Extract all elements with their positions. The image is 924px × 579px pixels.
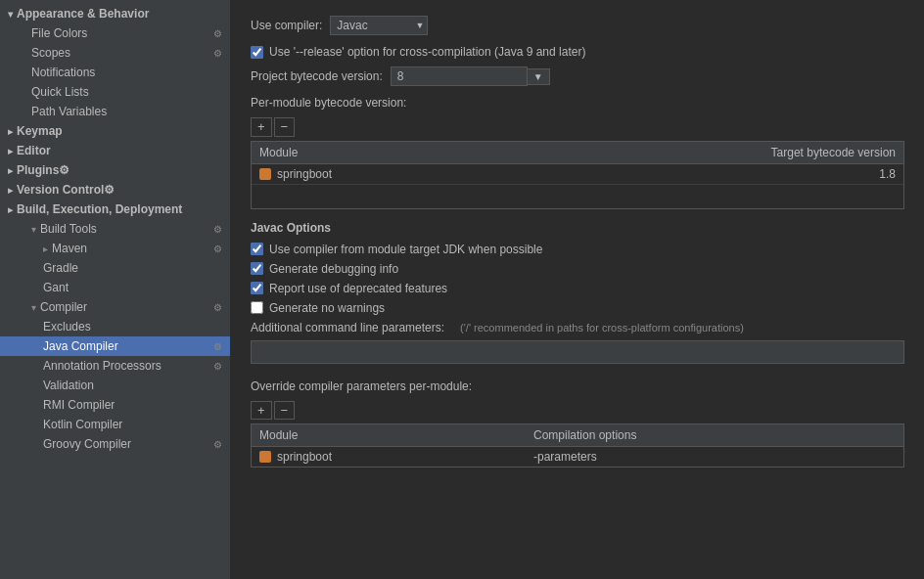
add-module-btn[interactable]: + [251,117,272,137]
sidebar-item-notifications[interactable]: Notifications [0,63,230,82]
sidebar-item-scopes[interactable]: Scopes ⚙ [0,43,230,63]
override-options-cell: -parameters [533,450,896,464]
project-bytecode-label: Project bytecode version: [251,69,383,83]
kotlin-compiler-label: Kotlin Compiler [43,418,122,431]
java-compiler-label: Java Compiler [43,339,118,353]
arrow-icon: ▸ [8,146,13,156]
sidebar-item-path-variables[interactable]: Path Variables [0,102,230,121]
table1-toolbar: + − [251,117,904,137]
sidebar-section-version-control-label: Version Control [17,183,104,197]
javac-options-label: Javac Options [251,221,904,235]
project-bytecode-input[interactable] [391,67,528,86]
sidebar-section-plugins[interactable]: ▸ Plugins ⚙ [0,160,230,180]
additional-params-row: Additional command line parameters: ('/'… [251,321,904,334]
sidebar-item-file-colors[interactable]: File Colors ⚙ [0,23,230,43]
table1-header: Module Target bytecode version [252,142,903,164]
compiler-label: Compiler [40,300,87,314]
remove-override-btn[interactable]: − [274,401,296,421]
release-option-checkbox[interactable] [251,46,263,59]
option4-checkbox[interactable] [251,301,263,314]
quick-lists-label: Quick Lists [31,85,89,99]
sidebar-item-excludes[interactable]: Excludes [0,317,230,336]
version-cell: 1.8 [719,167,896,181]
notifications-label: Notifications [31,66,95,79]
use-compiler-label: Use compiler: [251,19,322,32]
sidebar-section-appearance[interactable]: ▾ Appearance & Behavior [0,4,230,23]
settings-icon: ⚙ [104,183,115,197]
additional-params-label: Additional command line parameters: [251,321,444,334]
sidebar-section-plugins-label: Plugins [17,163,59,177]
module-name: springboot [277,167,332,181]
sidebar-item-maven[interactable]: ▸ Maven ⚙ [0,239,230,258]
sidebar-item-validation[interactable]: Validation [0,376,230,395]
override-section: Override compiler parameters per-module:… [251,379,904,468]
path-variables-label: Path Variables [31,105,107,118]
sidebar-section-editor-label: Editor [17,144,51,157]
sidebar-section-editor[interactable]: ▸ Editor [0,141,230,160]
module-cell: springboot [259,167,719,181]
expand-icon: ▾ [31,224,36,235]
release-option-label: Use '--release' option for cross-compila… [269,45,585,59]
sidebar-item-compiler[interactable]: ▾ Compiler ⚙ [0,297,230,317]
sidebar: ▾ Appearance & Behavior File Colors ⚙ Sc… [0,0,231,579]
option4-label: Generate no warnings [269,301,385,315]
remove-module-btn[interactable]: − [274,117,296,137]
sidebar-item-rmi-compiler[interactable]: RMI Compiler [0,395,230,415]
project-bytecode-input-wrapper: ▼ [391,67,550,86]
compiler-select[interactable]: Javac Eclipse Ajc [330,16,428,35]
release-option-row: Use '--release' option for cross-compila… [251,45,904,59]
option2-checkbox[interactable] [251,262,263,275]
module-icon [259,168,271,180]
table2-col2-header: Compilation options [526,424,903,446]
table2-col1-header: Module [252,424,526,446]
override-module-cell: springboot [259,450,533,464]
arrow-icon: ▸ [8,165,13,176]
additional-params-input[interactable] [251,340,904,364]
option1-row: Use compiler from module target JDK when… [251,243,904,256]
sidebar-item-gant[interactable]: Gant [0,278,230,297]
sidebar-item-groovy-compiler[interactable]: Groovy Compiler ⚙ [0,434,230,454]
sidebar-item-build-tools[interactable]: ▾ Build Tools ⚙ [0,219,230,239]
sidebar-item-java-compiler[interactable]: Java Compiler ⚙ [0,336,230,356]
validation-label: Validation [43,379,94,392]
module-icon [259,451,271,463]
build-tools-label: Build Tools [40,222,97,236]
maven-label: Maven [52,242,87,255]
override-table: Module Compilation options springboot -p… [251,423,904,468]
settings-icon: ⚙ [213,439,222,450]
settings-icon: ⚙ [213,48,222,59]
javac-options-section: Javac Options Use compiler from module t… [251,221,904,315]
option3-row: Report use of deprecated features [251,282,904,295]
sidebar-section-version-control[interactable]: ▸ Version Control ⚙ [0,180,230,200]
main-content: Use compiler: Javac Eclipse Ajc Use '--r… [231,0,924,579]
settings-icon: ⚙ [59,163,69,177]
annotation-processors-label: Annotation Processors [43,359,162,373]
settings-icon: ⚙ [213,224,222,235]
option4-row: Generate no warnings [251,301,904,315]
rmi-compiler-label: RMI Compiler [43,398,115,412]
table-row[interactable]: springboot 1.8 [252,164,903,185]
sidebar-item-annotation-processors[interactable]: Annotation Processors ⚙ [0,356,230,376]
sidebar-section-keymap-label: Keymap [17,124,63,138]
settings-icon: ⚙ [213,361,222,372]
arrow-icon: ▾ [8,9,13,20]
add-override-btn[interactable]: + [251,401,272,421]
use-compiler-row: Use compiler: Javac Eclipse Ajc [251,16,904,35]
sidebar-section-keymap[interactable]: ▸ Keymap [0,121,230,141]
per-module-label: Per-module bytecode version: [251,96,904,110]
sidebar-section-build[interactable]: ▸ Build, Execution, Deployment [0,200,230,219]
settings-icon: ⚙ [213,302,222,313]
table-row[interactable]: springboot -parameters [252,447,903,467]
table1-col2-header: Target bytecode version [727,142,903,163]
sidebar-section-build-label: Build, Execution, Deployment [17,202,182,216]
sidebar-item-gradle[interactable]: Gradle [0,258,230,278]
arrow-icon: ▸ [8,204,13,215]
table1-col1-header: Module [252,142,727,163]
table2-header: Module Compilation options [252,424,903,447]
option3-checkbox[interactable] [251,282,263,294]
option1-checkbox[interactable] [251,243,263,255]
sidebar-item-quick-lists[interactable]: Quick Lists [0,82,230,102]
sidebar-item-kotlin-compiler[interactable]: Kotlin Compiler [0,415,230,434]
project-bytecode-dropdown-btn[interactable]: ▼ [528,68,550,85]
excludes-label: Excludes [43,320,91,334]
